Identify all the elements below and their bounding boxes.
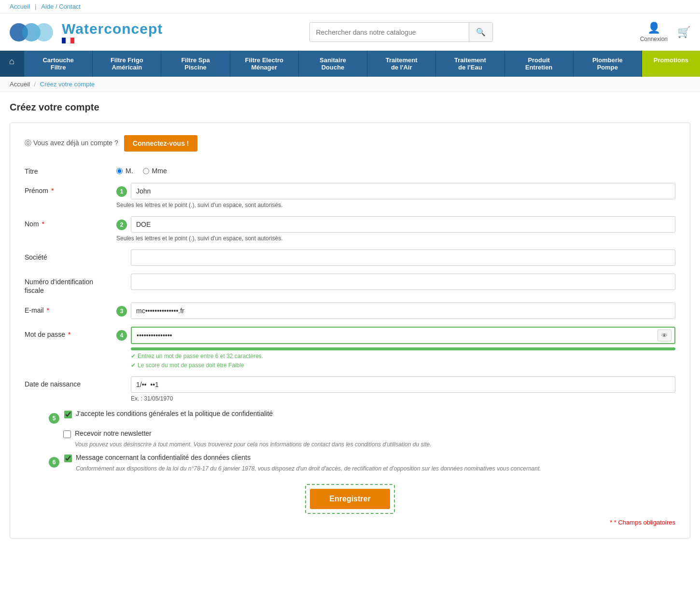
step-badge-6: 6 <box>49 457 59 468</box>
nom-label: Nom * <box>25 216 109 228</box>
cgu-label: J'accepte les conditions générales et la… <box>76 410 273 417</box>
radio-mme-label[interactable]: Mme <box>143 167 167 175</box>
newsletter-checkbox-row: Recevoir notre newsletter <box>63 429 431 438</box>
dob-row: Date de naissance Ex. : 31/05/1970 <box>25 376 675 402</box>
page-title: Créez votre compte <box>10 102 690 113</box>
societe-row: Société <box>25 249 675 266</box>
cart-link[interactable]: 🛒 <box>677 26 690 39</box>
nav-home[interactable]: ⌂ <box>0 51 24 77</box>
password-hint1: Entrez un mot de passe entre 6 et 32 car… <box>131 353 675 359</box>
nav-sanitaire[interactable]: Sanitaire Douche <box>299 51 367 77</box>
nav-electro[interactable]: Filtre Electro Ménager <box>230 51 299 77</box>
password-row: Mot de passe * 4 👁 Entrez un mot de pass… <box>25 327 675 369</box>
account-question: ⓪ Vous avez déjà un compte ? <box>25 139 118 148</box>
nav-entretien[interactable]: Produit Entretien <box>505 51 574 77</box>
nav-promotions[interactable]: Promotions <box>642 51 700 77</box>
logo-concept: concept <box>104 21 163 37</box>
user-area: 👤 Connexion 🛒 <box>640 22 690 42</box>
nom-badge-row: 2 <box>116 216 675 233</box>
password-input[interactable] <box>131 327 675 344</box>
breadcrumb-current: Créez votre compte <box>40 81 95 88</box>
submit-area: Enregistrer <box>25 484 675 514</box>
privacy-wrap: Message concernant la confidentialité de… <box>64 454 541 472</box>
email-label-text: E-mail <box>25 306 44 314</box>
dob-field-wrap: Ex. : 31/05/1970 <box>116 376 675 402</box>
flag-red <box>70 38 74 43</box>
breadcrumb-home[interactable]: Accueil <box>10 81 30 88</box>
titre-radio-group: M. Mme <box>116 164 675 175</box>
radio-m-text: M. <box>126 167 133 175</box>
newsletter-row: Recevoir notre newsletter Vous pouvez vo… <box>63 429 675 448</box>
privacy-row: 6 Message concernant la confidentialité … <box>49 454 675 472</box>
prenom-input[interactable] <box>131 183 675 199</box>
nav-frigo[interactable]: Filtre Frigo Américain <box>93 51 161 77</box>
nav-plomberie[interactable]: Plomberie Pompe <box>574 51 642 77</box>
privacy-checkbox[interactable] <box>64 455 72 462</box>
password-label: Mot de passe * <box>25 327 109 338</box>
main-nav: ⌂ Cartouche Filtre Filtre Frigo Américai… <box>0 51 700 77</box>
search-input[interactable] <box>310 24 469 41</box>
password-label-text: Mot de passe <box>25 331 65 338</box>
nom-hint: Seules les lettres et le point (.), suiv… <box>116 235 675 242</box>
step-badge-4: 4 <box>116 330 127 341</box>
topbar-accueil-link[interactable]: Accueil <box>10 3 30 10</box>
logo-circles <box>10 23 53 41</box>
account-check-row: ⓪ Vous avez déjà un compte ? Connectez-v… <box>25 135 675 152</box>
password-hint2: Le score du mot de passe doit être Faibl… <box>131 362 675 369</box>
nom-field-wrap: 2 Seules les lettres et le point (.), su… <box>116 216 675 242</box>
topbar-aide-link[interactable]: Aide / Contact <box>41 3 81 10</box>
nav-eau[interactable]: Traitement de l'Eau <box>436 51 504 77</box>
breadcrumb: Accueil / Créez votre compte <box>0 77 700 92</box>
email-badge-row: 3 <box>116 303 675 319</box>
societe-input[interactable] <box>131 249 675 266</box>
logo-text-wrap: Waterconcept <box>62 21 163 43</box>
email-star: * <box>45 306 49 314</box>
prenom-row: Prénom * 1 Seules les lettres et le poin… <box>25 183 675 208</box>
newsletter-label: Recevoir notre newsletter <box>75 429 152 437</box>
cart-icon: 🛒 <box>677 26 690 39</box>
privacy-label: Message concernant la confidentialité de… <box>76 454 251 461</box>
search-box: 🔍 <box>309 22 493 42</box>
societe-label: Société <box>25 249 109 261</box>
connexion-link[interactable]: 👤 Connexion <box>640 22 668 42</box>
password-star: * <box>66 331 70 338</box>
checkbox-section: 5 J'accepte les conditions générales et … <box>25 410 675 472</box>
email-row: E-mail * 3 <box>25 303 675 319</box>
radio-m-label[interactable]: M. <box>116 167 133 175</box>
connectez-vous-button[interactable]: Connectez-vous ! <box>124 135 198 152</box>
tva-input[interactable] <box>131 274 675 290</box>
password-eye-toggle[interactable]: 👁 <box>658 330 672 342</box>
nom-input[interactable] <box>131 216 675 233</box>
newsletter-checkbox[interactable] <box>63 430 71 438</box>
nav-cartouche[interactable]: Cartouche Filtre <box>24 51 93 77</box>
search-button[interactable]: 🔍 <box>469 23 492 41</box>
dob-input[interactable] <box>131 376 675 393</box>
radio-mme[interactable] <box>143 168 149 174</box>
nav-spa[interactable]: Filtre Spa Piscine <box>161 51 230 77</box>
fr-flag-icon <box>62 38 74 43</box>
logo[interactable]: Waterconcept <box>10 21 163 43</box>
nom-row: Nom * 2 Seules les lettres et le point (… <box>25 216 675 242</box>
flag-blue <box>62 38 66 43</box>
nav-air[interactable]: Traitement de l'Air <box>367 51 436 77</box>
logo-circle-3 <box>35 23 53 41</box>
email-label: E-mail * <box>25 303 109 314</box>
radio-m[interactable] <box>116 168 123 174</box>
step-badge-1: 1 <box>116 186 127 197</box>
step-badge-3: 3 <box>116 306 127 317</box>
step-badge-2: 2 <box>116 220 127 230</box>
prenom-hint: Seules les lettres et le point (.), suiv… <box>116 202 675 208</box>
enregistrer-button[interactable]: Enregistrer <box>310 489 390 509</box>
submit-btn-wrap: Enregistrer <box>305 484 394 514</box>
prenom-badge-row: 1 <box>116 183 675 199</box>
email-input[interactable] <box>131 303 675 319</box>
connexion-label: Connexion <box>640 36 668 42</box>
privacy-checkbox-row: Message concernant la confidentialité de… <box>64 454 541 462</box>
newsletter-note: Vous pouvez vous désinscrire à tout mome… <box>75 441 431 448</box>
password-strength-bar <box>131 347 675 350</box>
prenom-field-wrap: 1 Seules les lettres et le point (.), su… <box>116 183 675 208</box>
cgu-row: 5 J'accepte les conditions générales et … <box>49 410 675 424</box>
dob-label: Date de naissance <box>25 376 109 388</box>
cgu-checkbox[interactable] <box>64 411 72 418</box>
logo-text: Waterconcept <box>62 21 163 37</box>
